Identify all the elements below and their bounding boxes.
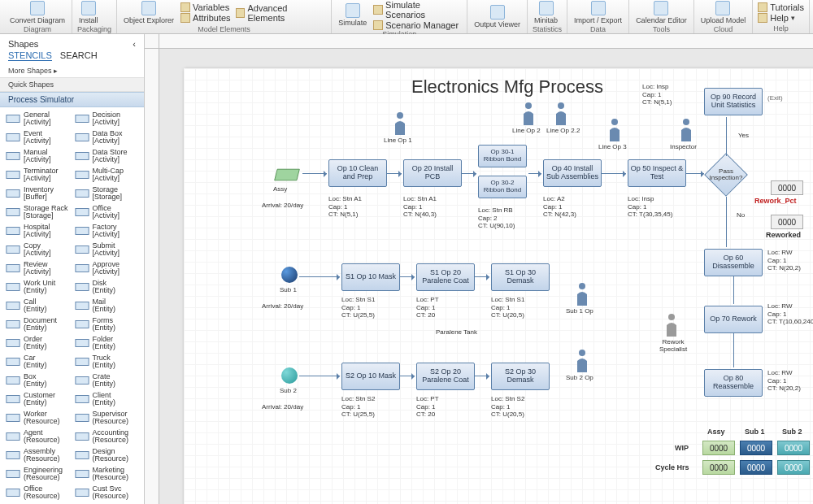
shape-item[interactable]: Disk(Entity) xyxy=(74,279,140,295)
wip-sub1[interactable]: 0000 xyxy=(740,441,772,455)
install-button[interactable]: Install xyxy=(77,0,100,25)
connector[interactable] xyxy=(733,276,734,304)
shape-item[interactable]: Work Unit(Entity) xyxy=(5,279,71,295)
shape-item[interactable]: Document(Entity) xyxy=(5,316,71,332)
output-viewer-button[interactable]: Output Viewer xyxy=(472,4,522,29)
person-icon[interactable] xyxy=(392,111,408,135)
calendar-editor-button[interactable]: Calendar Editor xyxy=(634,0,689,25)
person-icon[interactable] xyxy=(574,348,590,372)
more-shapes-button[interactable]: More Shapes ▸ xyxy=(0,64,144,77)
shape-item[interactable]: Review[Activity] xyxy=(5,260,71,276)
connector[interactable] xyxy=(400,276,415,277)
scenario-manager-button[interactable]: Scenario Manager xyxy=(373,20,462,30)
shape-item[interactable]: Decision[Activity] xyxy=(74,111,140,127)
connector[interactable] xyxy=(686,173,704,174)
person-icon[interactable] xyxy=(663,312,680,337)
shape-item[interactable]: Folder(Entity) xyxy=(74,335,140,351)
shape-item[interactable]: Office[Activity] xyxy=(74,204,140,220)
connector[interactable] xyxy=(400,376,415,376)
shape-item[interactable]: Crate(Entity) xyxy=(74,372,140,389)
shape-item[interactable]: Storage[Storage] xyxy=(74,185,140,202)
s2op30-box[interactable]: S2 Op 30 Demask xyxy=(491,363,550,390)
shape-item[interactable]: Box(Entity) xyxy=(5,372,71,389)
op30-1-box[interactable]: Op 30-1 Ribbon Bond xyxy=(478,145,527,167)
wip-sub2[interactable]: 0000 xyxy=(777,441,810,455)
connector[interactable] xyxy=(475,276,489,277)
shape-item[interactable]: Event[Activity] xyxy=(5,129,71,146)
shape-item[interactable]: Worker(Resource) xyxy=(5,410,71,426)
sub1-circle[interactable] xyxy=(281,267,298,283)
object-explorer-button[interactable]: Object Explorer xyxy=(122,0,176,25)
op90-box[interactable]: Op 90 Record Unit Statistics xyxy=(704,88,763,115)
minitab-button[interactable]: Minitab xyxy=(533,0,559,25)
wip-assy[interactable]: 0000 xyxy=(702,441,735,455)
shape-item[interactable]: Approve[Activity] xyxy=(74,260,140,276)
shape-item[interactable]: Hospital[Activity] xyxy=(5,223,71,239)
shape-item[interactable]: Accounting(Resource) xyxy=(74,428,140,445)
shape-item[interactable]: Engineering(Resource) xyxy=(5,466,71,482)
connector[interactable] xyxy=(528,173,541,174)
s2op20-box[interactable]: S2 Op 20 Paralene Coat xyxy=(416,363,475,390)
shape-item[interactable]: Design(Resource) xyxy=(74,447,140,463)
help-button[interactable]: Help ▾ xyxy=(758,13,804,23)
upload-model-button[interactable]: Upload Model xyxy=(699,0,748,25)
shape-item[interactable]: Storage Rack[Storage] xyxy=(5,204,71,220)
simulate-button[interactable]: Simulate xyxy=(337,2,368,28)
sub2-circle[interactable] xyxy=(281,367,298,384)
connector[interactable] xyxy=(475,376,489,376)
shape-item[interactable]: Terminator[Activity] xyxy=(5,167,71,183)
simulate-scenarios-button[interactable]: Simulate Scenarios xyxy=(373,0,462,20)
shape-item[interactable]: Truck(Entity) xyxy=(74,354,140,370)
connector[interactable] xyxy=(299,376,340,376)
cyc-assy[interactable]: 0000 xyxy=(702,460,735,475)
shape-item[interactable]: Order(Entity) xyxy=(5,335,71,351)
shape-item[interactable]: Forms(Entity) xyxy=(74,316,140,332)
op10-box[interactable]: Op 10 Clean and Prep xyxy=(328,159,387,187)
connector[interactable] xyxy=(733,333,734,367)
stencil-title[interactable]: Process Simulator xyxy=(0,92,144,107)
op60-box[interactable]: Op 60 Disassemble xyxy=(704,249,763,276)
rework-pct-counter[interactable]: 0000 xyxy=(771,180,803,195)
op70-box[interactable]: Op 70 Rework xyxy=(704,306,763,333)
pass-inspection-decision[interactable]: Pass Inspection? xyxy=(704,153,748,197)
op40-box[interactable]: Op 40 Install Sub Assemblies xyxy=(543,159,602,187)
shape-item[interactable]: Multi-Cap[Activity] xyxy=(74,167,140,183)
shape-item[interactable]: Data Box[Activity] xyxy=(74,129,140,146)
person-icon[interactable] xyxy=(678,117,694,141)
shape-item[interactable]: Assembly(Resource) xyxy=(5,447,71,463)
shape-item[interactable]: Manual[Activity] xyxy=(5,148,71,164)
tutorials-button[interactable]: Tutorials xyxy=(758,2,804,12)
connector[interactable] xyxy=(387,173,402,174)
connector[interactable] xyxy=(726,117,727,156)
person-icon[interactable] xyxy=(574,281,590,306)
assy-shape[interactable] xyxy=(273,166,301,184)
shape-item[interactable]: General[Activity] xyxy=(5,111,71,127)
op30-2-box[interactable]: Op 30-2 Ribbon Bond xyxy=(478,176,527,198)
shape-item[interactable]: Client(Entity) xyxy=(74,391,140,407)
shape-item[interactable]: Submit[Activity] xyxy=(74,241,140,258)
reworked-counter[interactable]: 0000 xyxy=(771,215,803,229)
cyc-sub1[interactable]: 0000 xyxy=(740,460,772,475)
s1op10-box[interactable]: S1 Op 10 Mask xyxy=(341,263,400,291)
shape-item[interactable]: Data Store[Activity] xyxy=(74,148,140,164)
shape-item[interactable]: Inventory[Buffer] xyxy=(5,185,71,202)
person-icon[interactable] xyxy=(553,101,569,125)
collapse-icon[interactable]: ‹ xyxy=(133,39,136,49)
shape-item[interactable]: Car(Entity) xyxy=(5,354,71,370)
person-icon[interactable] xyxy=(520,101,537,125)
shape-item[interactable]: Supervisor(Resource) xyxy=(74,410,140,426)
quick-shapes-button[interactable]: Quick Shapes xyxy=(0,77,144,92)
connector[interactable] xyxy=(462,173,476,174)
attributes-button[interactable]: Attributes xyxy=(180,13,230,23)
cyc-sub2[interactable]: 0000 xyxy=(777,460,810,475)
s1op30-box[interactable]: S1 Op 30 Demask xyxy=(491,263,550,291)
shape-item[interactable]: Agent(Resource) xyxy=(5,428,71,445)
advanced-elements-button[interactable]: Advanced Elements xyxy=(236,3,327,23)
tab-stencils[interactable]: STENCILS xyxy=(8,50,52,61)
shape-item[interactable]: Customer(Entity) xyxy=(5,391,71,407)
tab-search[interactable]: SEARCH xyxy=(60,50,98,61)
shape-item[interactable]: Marketing(Resource) xyxy=(74,466,140,482)
convert-diagram-button[interactable]: Convert Diagram xyxy=(8,0,67,25)
shape-item[interactable]: Factory[Activity] xyxy=(74,223,140,239)
import-export-button[interactable]: Import / Export xyxy=(572,0,624,25)
